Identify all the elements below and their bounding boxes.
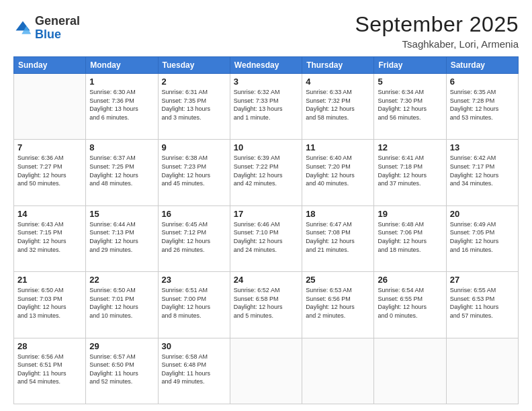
day-number: 19 [378,209,442,219]
day-info: Sunrise: 6:57 AM Sunset: 6:50 PM Dayligh… [89,353,154,386]
logo-icon [13,19,32,38]
calendar-week-row: 28Sunrise: 6:56 AM Sunset: 6:51 PM Dayli… [14,338,519,404]
day-info: Sunrise: 6:33 AM Sunset: 7:32 PM Dayligh… [306,88,370,122]
day-number: 25 [306,275,370,285]
calendar-cell: 8Sunrise: 6:37 AM Sunset: 7:25 PM Daylig… [86,140,158,205]
day-number: 17 [234,209,298,219]
day-info: Sunrise: 6:38 AM Sunset: 7:23 PM Dayligh… [162,154,226,187]
calendar-cell: 24Sunrise: 6:52 AM Sunset: 6:58 PM Dayli… [230,272,302,338]
day-info: Sunrise: 6:53 AM Sunset: 6:56 PM Dayligh… [306,286,370,320]
calendar-cell: 5Sunrise: 6:34 AM Sunset: 7:30 PM Daylig… [374,74,446,140]
calendar-cell: 30Sunrise: 6:58 AM Sunset: 6:48 PM Dayli… [158,338,230,404]
day-number: 15 [89,209,154,219]
day-number: 5 [378,77,442,87]
day-info: Sunrise: 6:55 AM Sunset: 6:53 PM Dayligh… [450,286,515,320]
logo-blue: Blue [35,28,80,42]
calendar-cell [302,338,374,404]
calendar-table: SundayMondayTuesdayWednesdayThursdayFrid… [13,56,519,404]
day-number: 28 [17,341,82,351]
day-info: Sunrise: 6:31 AM Sunset: 7:35 PM Dayligh… [162,88,226,122]
day-info: Sunrise: 6:40 AM Sunset: 7:20 PM Dayligh… [306,154,370,187]
calendar-cell: 17Sunrise: 6:46 AM Sunset: 7:10 PM Dayli… [230,205,302,271]
day-info: Sunrise: 6:50 AM Sunset: 7:01 PM Dayligh… [89,286,154,320]
day-number: 20 [450,209,515,219]
calendar-cell [14,74,86,140]
day-number: 11 [306,142,370,152]
day-number: 16 [162,209,226,219]
day-info: Sunrise: 6:51 AM Sunset: 7:00 PM Dayligh… [162,286,226,320]
day-number: 2 [162,77,226,87]
day-info: Sunrise: 6:39 AM Sunset: 7:22 PM Dayligh… [234,154,298,187]
calendar-cell: 12Sunrise: 6:41 AM Sunset: 7:18 PM Dayli… [374,140,446,205]
calendar-cell: 27Sunrise: 6:55 AM Sunset: 6:53 PM Dayli… [446,272,518,338]
day-number: 29 [89,341,154,351]
day-number: 8 [89,142,154,152]
day-info: Sunrise: 6:50 AM Sunset: 7:03 PM Dayligh… [17,286,82,320]
calendar-cell: 14Sunrise: 6:43 AM Sunset: 7:15 PM Dayli… [14,205,86,271]
calendar-cell [230,338,302,404]
day-number: 6 [450,77,515,87]
weekday-header: Thursday [302,57,374,74]
day-number: 18 [306,209,370,219]
day-info: Sunrise: 6:52 AM Sunset: 6:58 PM Dayligh… [234,286,298,320]
calendar-cell: 23Sunrise: 6:51 AM Sunset: 7:00 PM Dayli… [158,272,230,338]
calendar-body: 1Sunrise: 6:30 AM Sunset: 7:36 PM Daylig… [14,74,519,404]
weekday-header: Sunday [14,57,86,74]
day-number: 10 [234,142,298,152]
weekday-header: Saturday [446,57,518,74]
day-info: Sunrise: 6:46 AM Sunset: 7:10 PM Dayligh… [234,220,298,254]
day-number: 24 [234,275,298,285]
calendar-cell: 22Sunrise: 6:50 AM Sunset: 7:01 PM Dayli… [86,272,158,338]
day-number: 7 [17,142,82,152]
day-number: 12 [378,142,442,152]
calendar-cell: 26Sunrise: 6:54 AM Sunset: 6:55 PM Dayli… [374,272,446,338]
title-block: September 2025 Tsaghkaber, Lori, Armenia [355,12,519,50]
day-number: 27 [450,275,515,285]
calendar-cell: 1Sunrise: 6:30 AM Sunset: 7:36 PM Daylig… [86,74,158,140]
calendar-cell: 6Sunrise: 6:35 AM Sunset: 7:28 PM Daylig… [446,74,518,140]
weekday-header: Monday [86,57,158,74]
day-info: Sunrise: 6:45 AM Sunset: 7:12 PM Dayligh… [162,220,226,254]
day-info: Sunrise: 6:43 AM Sunset: 7:15 PM Dayligh… [17,220,82,254]
day-info: Sunrise: 6:35 AM Sunset: 7:28 PM Dayligh… [450,88,515,122]
calendar-cell: 11Sunrise: 6:40 AM Sunset: 7:20 PM Dayli… [302,140,374,205]
calendar-week-row: 7Sunrise: 6:36 AM Sunset: 7:27 PM Daylig… [14,140,519,205]
calendar-cell: 3Sunrise: 6:32 AM Sunset: 7:33 PM Daylig… [230,74,302,140]
calendar-week-row: 14Sunrise: 6:43 AM Sunset: 7:15 PM Dayli… [14,205,519,271]
day-info: Sunrise: 6:34 AM Sunset: 7:30 PM Dayligh… [378,88,442,122]
day-info: Sunrise: 6:36 AM Sunset: 7:27 PM Dayligh… [17,154,82,187]
calendar-cell: 15Sunrise: 6:44 AM Sunset: 7:13 PM Dayli… [86,205,158,271]
calendar-cell: 20Sunrise: 6:49 AM Sunset: 7:05 PM Dayli… [446,205,518,271]
day-number: 4 [306,77,370,87]
calendar-cell: 13Sunrise: 6:42 AM Sunset: 7:17 PM Dayli… [446,140,518,205]
weekday-header: Tuesday [158,57,230,74]
calendar-cell: 18Sunrise: 6:47 AM Sunset: 7:08 PM Dayli… [302,205,374,271]
calendar-cell: 25Sunrise: 6:53 AM Sunset: 6:56 PM Dayli… [302,272,374,338]
page: General Blue September 2025 Tsaghkaber, … [0,0,532,411]
header: General Blue September 2025 Tsaghkaber, … [13,12,519,50]
day-number: 9 [162,142,226,152]
calendar-header-row: SundayMondayTuesdayWednesdayThursdayFrid… [14,57,519,74]
calendar-cell [374,338,446,404]
day-number: 3 [234,77,298,87]
logo-text: General Blue [35,15,80,42]
logo-general: General [35,15,80,28]
calendar-cell: 9Sunrise: 6:38 AM Sunset: 7:23 PM Daylig… [158,140,230,205]
day-info: Sunrise: 6:48 AM Sunset: 7:06 PM Dayligh… [378,220,442,254]
day-info: Sunrise: 6:32 AM Sunset: 7:33 PM Dayligh… [234,88,298,122]
day-number: 13 [450,142,515,152]
calendar-cell: 28Sunrise: 6:56 AM Sunset: 6:51 PM Dayli… [14,338,86,404]
day-info: Sunrise: 6:58 AM Sunset: 6:48 PM Dayligh… [162,353,226,386]
calendar-week-row: 1Sunrise: 6:30 AM Sunset: 7:36 PM Daylig… [14,74,519,140]
day-number: 14 [17,209,82,219]
day-number: 30 [162,341,226,351]
month-title: September 2025 [355,12,519,37]
calendar-cell: 29Sunrise: 6:57 AM Sunset: 6:50 PM Dayli… [86,338,158,404]
day-number: 23 [162,275,226,285]
logo: General Blue [13,15,80,42]
calendar-cell [446,338,518,404]
day-number: 1 [89,77,154,87]
calendar-cell: 16Sunrise: 6:45 AM Sunset: 7:12 PM Dayli… [158,205,230,271]
day-info: Sunrise: 6:49 AM Sunset: 7:05 PM Dayligh… [450,220,515,254]
location: Tsaghkaber, Lori, Armenia [355,38,519,50]
